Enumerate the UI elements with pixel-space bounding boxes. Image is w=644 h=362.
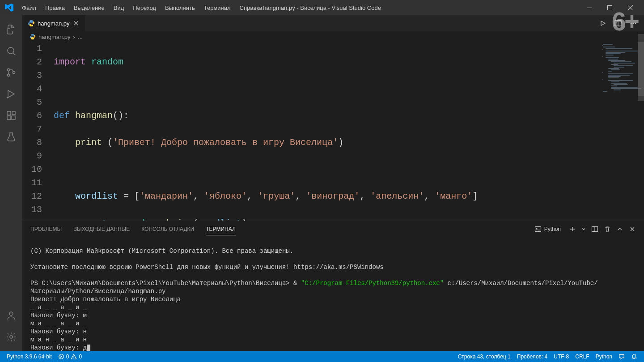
panel-tabs: ПРОБЛЕМЫ ВЫХОДНЫЕ ДАННЫЕ КОНСОЛЬ ОТЛАДКИ…	[22, 221, 644, 237]
testing-icon[interactable]	[0, 126, 22, 148]
status-bar: Python 3.9.6 64-bit 0 0 Строка 43, столб…	[0, 351, 644, 362]
breadcrumb-sep: ›	[73, 34, 75, 40]
menu-file[interactable]: Файл	[18, 3, 40, 13]
svg-rect-8	[7, 116, 11, 119]
svg-point-11	[9, 312, 13, 315]
vscode-logo-icon	[4, 2, 14, 13]
svg-rect-9	[12, 116, 15, 119]
svg-point-12	[10, 336, 13, 338]
menu-go[interactable]: Переход	[129, 3, 160, 13]
menu-view[interactable]: Вид	[110, 3, 128, 13]
accounts-icon[interactable]	[0, 305, 22, 326]
python-file-icon	[30, 34, 36, 40]
line-numbers: 1 2 3 4 5 6 7 8 9 10 11 12 13	[22, 42, 54, 221]
panel-tab-problems[interactable]: ПРОБЛЕМЫ	[30, 223, 62, 235]
svg-point-2	[8, 47, 14, 54]
menubar: Файл Правка Выделение Вид Переход Выполн…	[18, 3, 267, 13]
svg-point-3	[8, 69, 10, 71]
source-control-icon[interactable]	[0, 62, 22, 83]
svg-point-4	[8, 74, 10, 77]
terminal-icon	[534, 226, 542, 233]
tab-filename: hangman.py	[38, 20, 70, 27]
settings-gear-icon[interactable]	[0, 326, 22, 348]
status-problems[interactable]: 0 0	[55, 351, 85, 362]
minimap[interactable]	[602, 42, 638, 221]
split-editor-icon[interactable]	[614, 19, 623, 28]
maximize-button[interactable]	[599, 0, 620, 15]
panel-scrollbar-thumb[interactable]	[638, 34, 644, 101]
terminal-content[interactable]: (C) Корпорация Майкрософт (Microsoft Cor…	[22, 237, 644, 351]
kill-terminal-icon[interactable]	[604, 226, 611, 233]
split-terminal-icon[interactable]	[591, 226, 598, 233]
editor-area: hangman.py hangman.py › ... 1 2 3 4 5 6 …	[22, 15, 644, 351]
svg-point-14	[32, 25, 33, 26]
svg-point-6	[7, 97, 8, 98]
terminal-cursor	[87, 345, 90, 351]
editor-actions	[598, 19, 644, 28]
status-cursor-position[interactable]: Строка 43, столбец 1	[455, 351, 514, 362]
svg-rect-7	[7, 111, 11, 115]
code-editor[interactable]: 1 2 3 4 5 6 7 8 9 10 11 12 13 import ran…	[22, 42, 644, 221]
titlebar: Файл Правка Выделение Вид Переход Выполн…	[0, 0, 644, 15]
new-terminal-icon[interactable]	[569, 226, 576, 233]
close-panel-icon[interactable]	[629, 226, 636, 233]
python-file-icon	[28, 20, 35, 27]
code-content[interactable]: import random def hangman(): print ('При…	[54, 42, 644, 221]
run-debug-icon[interactable]	[0, 83, 22, 105]
menu-selection[interactable]: Выделение	[70, 3, 109, 13]
activity-bar	[0, 15, 22, 351]
status-feedback-icon[interactable]	[615, 351, 628, 362]
breadcrumb[interactable]: hangman.py › ...	[22, 31, 644, 42]
maximize-panel-icon[interactable]	[616, 226, 623, 233]
panel-tab-debug-console[interactable]: КОНСОЛЬ ОТЛАДКИ	[141, 223, 194, 235]
close-button[interactable]	[620, 0, 640, 15]
main-area: hangman.py hangman.py › ... 1 2 3 4 5 6 …	[0, 15, 644, 351]
breadcrumb-more: ...	[78, 34, 83, 40]
search-icon[interactable]	[0, 40, 22, 62]
activity-bottom	[0, 305, 22, 348]
minimize-button[interactable]	[579, 0, 599, 15]
panel-actions: Python	[532, 225, 636, 234]
status-encoding[interactable]: UTF-8	[551, 351, 572, 362]
run-file-icon[interactable]	[598, 19, 607, 28]
svg-rect-19	[535, 227, 541, 232]
window-controls	[579, 0, 640, 15]
svg-rect-0	[587, 8, 592, 8]
menu-terminal[interactable]: Терминал	[200, 3, 235, 13]
svg-point-16	[631, 23, 632, 24]
status-python-version[interactable]: Python 3.9.6 64-bit	[4, 351, 55, 362]
panel-scrollbar[interactable]	[638, 16, 644, 362]
error-icon	[58, 353, 64, 360]
explorer-icon[interactable]	[0, 19, 22, 40]
warning-icon	[71, 353, 77, 360]
more-actions-icon[interactable]	[629, 19, 638, 28]
window-title: hangman.py - Виселица - Visual Studio Co…	[263, 4, 381, 11]
menu-run[interactable]: Выполнить	[161, 3, 199, 13]
tab-close-icon[interactable]	[72, 20, 80, 27]
panel: ПРОБЛЕМЫ ВЫХОДНЫЕ ДАННЫЕ КОНСОЛЬ ОТЛАДКИ…	[22, 221, 644, 351]
menu-help[interactable]: Справка	[236, 3, 267, 13]
menu-edit[interactable]: Правка	[41, 3, 69, 13]
breadcrumb-file: hangman.py	[38, 34, 71, 40]
svg-point-17	[633, 23, 634, 24]
svg-point-5	[13, 72, 15, 74]
terminal-dropdown-icon[interactable]	[581, 227, 586, 231]
status-eol[interactable]: CRLF	[572, 351, 592, 362]
tabs-bar: hangman.py	[22, 15, 644, 31]
status-language[interactable]: Python	[593, 351, 615, 362]
svg-point-13	[30, 21, 30, 21]
status-indentation[interactable]: Пробелов: 4	[514, 351, 551, 362]
extensions-icon[interactable]	[0, 105, 22, 126]
panel-tab-output[interactable]: ВЫХОДНЫЕ ДАННЫЕ	[73, 223, 130, 235]
terminal-selector[interactable]: Python	[532, 225, 564, 234]
svg-rect-1	[607, 5, 612, 10]
tab-hangman[interactable]: hangman.py	[22, 15, 85, 31]
panel-tab-terminal[interactable]: ТЕРМИНАЛ	[206, 223, 236, 235]
svg-rect-10	[12, 111, 15, 115]
svg-point-18	[635, 23, 636, 24]
